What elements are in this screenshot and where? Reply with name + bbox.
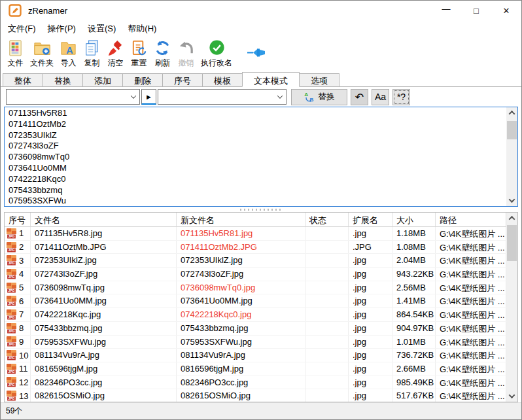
add-folder-label: 文件夹 (30, 58, 54, 69)
column-header-5[interactable]: 大小 (392, 213, 436, 226)
menu-item-3[interactable]: 帮助(H) (122, 20, 162, 37)
new-name-cell: 07422218Kqc0.jpg (177, 308, 305, 321)
ext-cell: .jpg (349, 308, 392, 321)
row-number: 10 (19, 351, 28, 360)
status-cell (305, 254, 349, 267)
pin-toggle[interactable] (247, 47, 268, 58)
menu-item-2[interactable]: 设置(S) (82, 20, 122, 37)
minimize-button[interactable]: — (431, 1, 461, 20)
copy-label: 复制 (84, 58, 100, 69)
grip-dots-icon (240, 209, 282, 211)
column-header-4[interactable]: 扩展名 (349, 213, 392, 226)
close-button[interactable]: ✕ (491, 1, 521, 20)
tab-6[interactable]: 文本模式 (242, 72, 300, 87)
tab-7[interactable]: 选项 (299, 73, 339, 86)
menu-item-0[interactable]: 文件(F) (2, 20, 42, 37)
table-row[interactable]: JPG10081134Vu9rA.jpg081134Vu9rA.jpg.jpg7… (5, 349, 506, 362)
table-body: JPG1071135Hv5R8.jpg071135Hv5R81.jpg.jpg1… (5, 227, 506, 402)
undo-button: 撤销 (175, 39, 197, 69)
add-files-button[interactable]: 文件 (5, 39, 26, 69)
chevron-down-icon[interactable] (274, 95, 286, 99)
table-row[interactable]: JPG13082615OSMiO.jpg082615OSMiO.jpg.jpg5… (5, 389, 506, 402)
table-row[interactable]: JPG12082346PO3cc.jpg082346PO3cc.jpg.jpg9… (5, 376, 506, 390)
scroll-thumb[interactable] (507, 225, 517, 261)
maximize-button[interactable]: □ (461, 1, 491, 20)
table-scrollbar[interactable] (506, 213, 517, 402)
status-cell (305, 241, 349, 254)
path-cell: G:\4K壁纸图片 ... (436, 336, 506, 349)
status-cell (305, 336, 349, 349)
jpg-file-icon: JPG (7, 364, 16, 374)
table-row[interactable]: JPG8075433bbzmq.jpg075433bbzmq.jpg.jpg90… (5, 322, 506, 336)
splitter-handle[interactable] (1, 207, 521, 212)
match-case-button[interactable]: Aa (372, 89, 389, 105)
status-cell (305, 362, 349, 376)
tab-5[interactable]: 模板 (202, 73, 243, 86)
editor-scrollbar[interactable] (506, 107, 517, 206)
column-header-2[interactable]: 新文件名 (177, 213, 305, 226)
row-number-cell: JPG2 (5, 241, 31, 254)
tab-3[interactable]: 删除 (122, 73, 163, 86)
ext-cell: .jpg (349, 281, 392, 294)
scroll-up-icon[interactable] (506, 213, 517, 224)
name-cell: 07422218Kqc.jpg (31, 308, 177, 321)
table-row[interactable]: JPG4072743l3oZF.jpg072743l3oZF.jpg.jpg94… (5, 268, 506, 281)
tab-2[interactable]: 添加 (82, 73, 123, 86)
table-row[interactable]: JPG3072353UIklZ.jpg072353UIklZ.jpg.jpg2.… (5, 254, 506, 268)
find-combobox[interactable] (6, 89, 140, 105)
column-header-6[interactable]: 路径 (436, 213, 506, 226)
path-cell: G:\4K壁纸图片 ... (436, 254, 506, 267)
replace-combobox[interactable] (158, 89, 287, 105)
ext-cell: .jpg (349, 254, 392, 267)
reset-button[interactable]: 重置 (128, 39, 150, 69)
tab-4[interactable]: 序号 (162, 73, 203, 86)
column-header-1[interactable]: 文件名 (31, 213, 177, 226)
table-row[interactable]: JPG1071135Hv5R8.jpg071135Hv5R81.jpg.jpg1… (5, 227, 506, 241)
path-cell: G:\4K壁纸图片 ... (436, 294, 506, 307)
name-cell: 081134Vu9rA.jpg (31, 349, 177, 362)
scroll-down-icon[interactable] (506, 195, 517, 206)
editor-lines[interactable]: 071135Hv5R81071411OztMb2072353UIklZ07274… (5, 107, 506, 206)
copy-button[interactable]: 复制 (81, 39, 103, 69)
scroll-up-icon[interactable] (506, 107, 517, 118)
tab-1[interactable]: 替换 (43, 73, 83, 86)
name-cell: 071135Hv5R8.jpg (31, 227, 177, 240)
table-row[interactable]: JPG110816596tjgM.jpg0816596tjgM.jpg.jpg2… (5, 362, 506, 376)
row-number: 5 (19, 283, 24, 292)
scroll-track[interactable] (506, 224, 517, 391)
replace-button[interactable]: A B 替换 (291, 89, 347, 105)
execute-rename-button[interactable]: 执行改名 (199, 39, 234, 69)
row-number-cell: JPG12 (5, 376, 31, 389)
add-folder-button[interactable]: 文件夹 (28, 39, 56, 69)
pin-icon (247, 47, 268, 58)
jpg-file-icon: JPG (7, 283, 16, 293)
column-header-0[interactable]: 序号 (5, 213, 31, 226)
ext-cell: .jpg (349, 362, 392, 376)
table-row[interactable]: JPG6073641Uo0MM.jpg073641Uo0MM.jpg.jpg1.… (5, 294, 506, 308)
tab-0[interactable]: 整体 (3, 73, 43, 86)
import-button[interactable]: A 导入 (58, 39, 79, 69)
apply-arrow-button[interactable]: ► (141, 89, 156, 105)
undo-replace-button[interactable]: ↶ (351, 89, 368, 105)
table-row[interactable]: JPG9075953SXFWu.jpg075953SXFWu.jpg.jpg1.… (5, 336, 506, 349)
menu-item-1[interactable]: 操作(P) (42, 20, 82, 37)
table-row[interactable]: JPG707422218Kqc.jpg07422218Kqc0.jpg.jpg8… (5, 308, 506, 322)
scroll-thumb[interactable] (507, 121, 517, 139)
name-cell: 072353UIklZ.jpg (31, 254, 177, 267)
chevron-down-icon[interactable] (128, 95, 139, 99)
svg-text:A: A (66, 45, 73, 56)
clear-button[interactable]: 清空 (105, 39, 126, 69)
table-row[interactable]: JPG2071411OztMb.JPG071411OztMb2.JPG.JPG1… (5, 241, 506, 254)
jpg-file-icon: JPG (7, 242, 16, 253)
name-cell: 0816596tjgM.jpg (31, 362, 177, 376)
scroll-down-icon[interactable] (506, 391, 517, 402)
table-row[interactable]: JPG50736098mwTq.jpg0736098mwTq0.jpg.jpg2… (5, 281, 506, 295)
wildcard-button[interactable]: *? (392, 89, 410, 105)
jpg-file-icon: JPG (7, 336, 16, 347)
refresh-button[interactable]: 刷新 (152, 39, 173, 69)
scroll-track[interactable] (506, 118, 517, 195)
size-cell: 1.41MB (392, 294, 436, 307)
column-header-3[interactable]: 状态 (305, 213, 349, 226)
jpg-file-icon: JPG (7, 228, 16, 239)
file-table: 序号文件名新文件名状态扩展名大小路径 JPG1071135Hv5R8.jpg07… (4, 212, 518, 402)
